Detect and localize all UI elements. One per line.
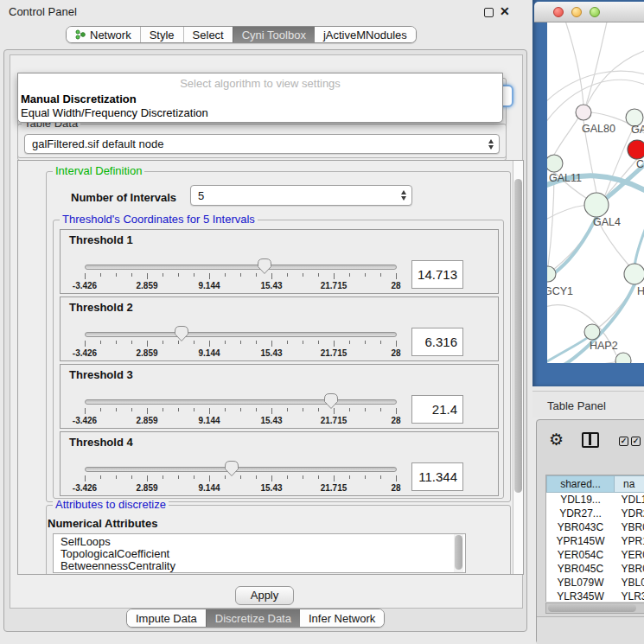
tab-label: jActiveMNodules (323, 29, 407, 41)
tab-jactivemnodules[interactable]: jActiveMNodules (315, 27, 416, 42)
attribute-item-selfloops[interactable]: SelfLoops (61, 536, 465, 548)
table-row[interactable]: YBR043CYBR0 (547, 520, 644, 534)
number-of-intervals-combobox[interactable]: 5 (190, 185, 412, 206)
tab-select[interactable]: Select (183, 27, 233, 42)
table-horizontal-scrollbar[interactable] (545, 603, 644, 614)
threshold-slider-thumb[interactable] (257, 258, 272, 275)
network-node-hap2[interactable] (584, 324, 600, 340)
table-horizontal-scrollbar-thumb[interactable] (548, 604, 636, 612)
threshold-slider-thumb[interactable] (224, 460, 239, 477)
table-cell[interactable]: YLR345W (547, 590, 615, 602)
threshold-value-field[interactable]: 6.316 (411, 328, 463, 356)
table-cell[interactable]: YBR043C (547, 520, 615, 534)
threshold-slider-track[interactable] (85, 265, 397, 270)
table-panel-footer (537, 616, 644, 644)
table-cell[interactable]: YDL1 (615, 493, 644, 507)
settings-scrollbar-thumb[interactable] (514, 179, 522, 493)
table-cell[interactable]: YPR145W (547, 534, 615, 548)
combo-stepper-icon (483, 139, 499, 150)
table-row[interactable]: YDR27...YDR2 (547, 507, 644, 520)
float-icon[interactable] (484, 8, 494, 17)
interval-definition-title: Interval Definition (53, 165, 144, 176)
dropdown-option-manual-discretization[interactable]: Manual Discretization (21, 92, 137, 105)
threshold-value-field[interactable]: 11.344 (411, 462, 463, 491)
bottom-tab-impute-data[interactable]: Impute Data (127, 609, 206, 627)
network-node[interactable] (615, 353, 631, 363)
checkbox-icon[interactable]: ✓ (631, 437, 641, 446)
network-node-h[interactable] (624, 264, 644, 284)
slider-tick-label: 28 (391, 348, 400, 358)
table-panel-titlebar: Table Panel (532, 391, 644, 418)
threshold-row-2: Threshold 2-3.4262.8599.14415.4321.71528… (60, 296, 499, 361)
dropdown-option-equal-width[interactable]: Equal Width/Frequency Discretization (21, 106, 208, 119)
table-row[interactable]: YPR145WYPR1 (547, 534, 644, 548)
numerical-attributes-label: Numerical Attributes (48, 517, 157, 530)
table-cell[interactable]: YER054C (547, 548, 615, 562)
table-row[interactable]: YLR345WYLR3 (547, 590, 644, 602)
tab-network[interactable]: Network (67, 27, 140, 42)
table-cell[interactable]: YBL079W (547, 576, 615, 590)
tab-style[interactable]: Style (140, 27, 183, 42)
attribute-item-betweennesscentrality[interactable]: BetweennessCentrality (61, 560, 465, 572)
checkbox-icon[interactable]: ✓ (619, 437, 628, 446)
table-cell[interactable]: YBL0 (615, 576, 644, 590)
network-node-gal4[interactable] (584, 193, 609, 217)
slider-tick-label: -3.426 (73, 281, 97, 290)
attribute-item-topologicalcoefficient[interactable]: TopologicalCoefficient (61, 548, 465, 560)
network-canvas[interactable]: GAL80GACGAL11GAL4GCY1HHAP2 (547, 22, 644, 363)
table-row[interactable]: YBL079WYBL0 (547, 576, 644, 590)
node-table: shared...na YDL19...YDL1YDR27...YDR2YBR0… (545, 475, 644, 602)
tab-label: Impute Data (136, 612, 197, 625)
numerical-attributes-list[interactable]: SelfLoopsTopologicalCoefficientBetweenne… (53, 533, 466, 573)
table-header-row[interactable]: shared...na (547, 476, 644, 493)
control-panel-body: Discretization Algorithm Select algorith… (3, 49, 527, 632)
table-cell[interactable]: YDL19... (547, 493, 615, 507)
tab-label: Style (150, 29, 175, 41)
table-cell[interactable]: YPR1 (615, 534, 644, 548)
attributes-list-scrollbar[interactable] (454, 534, 463, 572)
table-cell[interactable]: YLR3 (615, 590, 644, 602)
table-cell[interactable]: YDR27... (547, 507, 615, 520)
number-of-intervals-label: Number of Intervals (71, 191, 176, 204)
network-node-gal11[interactable] (547, 155, 563, 172)
threshold-value-field[interactable]: 21.4 (411, 395, 463, 424)
gear-icon[interactable]: ⚙ (549, 431, 564, 449)
network-node-gal80[interactable] (576, 105, 591, 120)
table-row[interactable]: YDL19...YDL1 (547, 493, 644, 507)
close-traffic-light-icon[interactable] (553, 7, 564, 17)
table-cell[interactable]: YBR0 (615, 520, 644, 534)
minimize-traffic-light-icon[interactable] (571, 7, 582, 17)
column-header-shared[interactable]: shared... (547, 476, 615, 493)
network-window-titlebar[interactable] (534, 2, 644, 22)
node-label: GAL11 (549, 172, 582, 184)
table-cell[interactable]: YDR2 (615, 507, 644, 520)
table-cell[interactable]: YER0 (615, 548, 644, 562)
bottom-tab-discretize-data[interactable]: Discretize Data (206, 609, 300, 627)
table-data-combobox[interactable]: galFiltered.sif default node (24, 134, 500, 154)
threshold-value-field[interactable]: 14.713 (411, 260, 463, 289)
apply-button[interactable]: Apply (235, 586, 294, 605)
columns-icon[interactable] (582, 432, 599, 448)
threshold-slider-thumb[interactable] (323, 392, 339, 410)
close-icon[interactable]: ✕ (500, 4, 510, 18)
settings-scrollbar[interactable] (513, 161, 523, 574)
threshold-slider-track[interactable] (85, 332, 397, 337)
zoom-traffic-light-icon[interactable] (590, 7, 600, 17)
slider-ticks (85, 341, 397, 348)
tab-cyni-toolbox[interactable]: Cyni Toolbox (233, 27, 315, 42)
network-graph: GAL80GACGAL11GAL4GCY1HHAP2 (547, 22, 644, 363)
apply-row: Apply (10, 581, 524, 609)
tab-label: Select (193, 29, 224, 41)
table-cell[interactable]: YBR045C (547, 562, 615, 576)
threshold-slider-thumb[interactable] (174, 325, 189, 342)
network-node-c[interactable] (628, 140, 644, 159)
table-cell[interactable]: YBR0 (615, 562, 644, 576)
slider-tick-labels: -3.4262.8599.14415.4321.71528 (85, 483, 397, 494)
threshold-slider-track[interactable] (85, 399, 397, 405)
slider-tick-label: 15.43 (260, 281, 282, 290)
table-row[interactable]: YER054CYER0 (547, 548, 644, 562)
table-row[interactable]: YBR045CYBR0 (547, 562, 644, 576)
threshold-slider-track[interactable] (85, 467, 397, 472)
bottom-tab-infer-network[interactable]: Infer Network (300, 609, 384, 627)
column-header-na[interactable]: na (615, 476, 644, 493)
